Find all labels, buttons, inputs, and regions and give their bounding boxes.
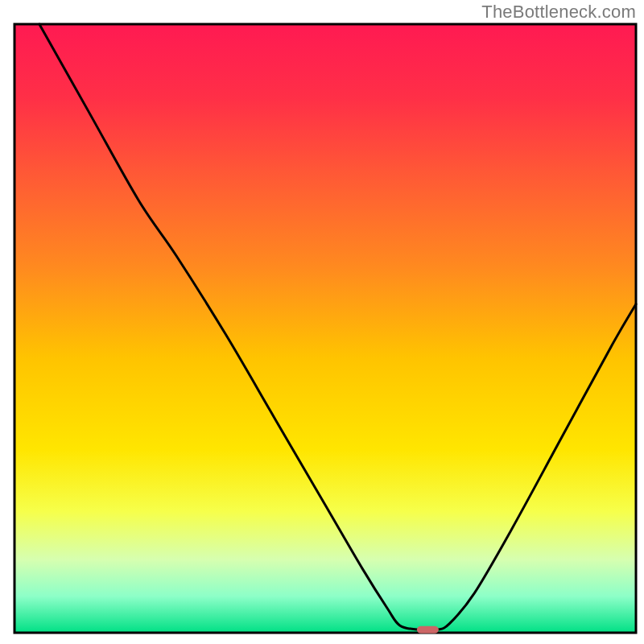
- optimal-point-marker: [417, 626, 439, 634]
- plot-background: [14, 24, 636, 633]
- chart-container: TheBottleneck.com: [0, 0, 644, 644]
- bottleneck-chart: [0, 0, 644, 644]
